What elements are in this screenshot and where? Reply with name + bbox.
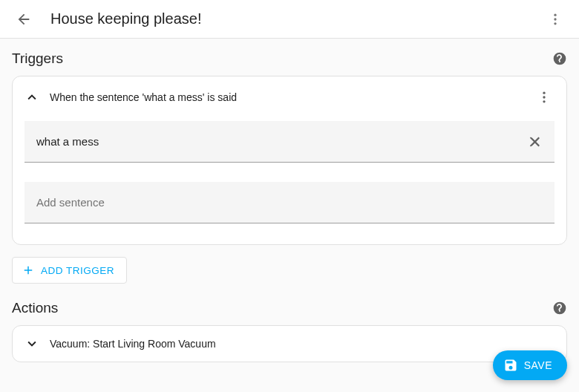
trigger-summary: When the sentence 'what a mess' is said <box>50 91 523 103</box>
svg-point-5 <box>543 100 545 102</box>
clear-sentence-button[interactable] <box>525 131 546 152</box>
svg-point-1 <box>554 18 556 20</box>
sentence-input[interactable]: what a mess <box>24 121 555 163</box>
trigger-card-header: When the sentence 'what a mess' is said <box>22 81 557 114</box>
sentence-input-value: what a mess <box>36 135 525 148</box>
trigger-collapse-button[interactable] <box>22 87 42 108</box>
app-header: House keeping please! <box>0 0 579 39</box>
add-trigger-button[interactable]: ADD TRIGGER <box>12 257 127 284</box>
action-expand-button[interactable] <box>22 333 42 354</box>
save-button[interactable]: SAVE <box>493 350 567 380</box>
help-icon <box>552 301 567 316</box>
svg-point-3 <box>543 92 545 94</box>
back-button[interactable] <box>9 4 39 34</box>
save-label: SAVE <box>524 359 552 371</box>
arrow-left-icon <box>16 11 32 27</box>
plus-icon <box>22 264 35 277</box>
header-overflow-button[interactable] <box>540 4 570 34</box>
chevron-up-icon <box>24 89 40 105</box>
chevron-down-icon <box>24 336 40 352</box>
help-icon <box>552 51 567 66</box>
page-title: House keeping please! <box>50 10 540 27</box>
add-trigger-label: ADD TRIGGER <box>41 265 114 276</box>
close-icon <box>528 134 543 149</box>
triggers-help-button[interactable] <box>552 51 567 66</box>
content-area: Triggers When the sentence 'what a mess'… <box>0 39 579 374</box>
svg-point-2 <box>554 22 556 24</box>
action-card-header: Vacuum: Start Living Room Vacuum <box>22 326 557 362</box>
svg-point-0 <box>554 13 556 16</box>
action-card: Vacuum: Start Living Room Vacuum <box>12 325 567 362</box>
dots-vertical-icon <box>548 12 563 27</box>
triggers-section-header: Triggers <box>12 50 567 67</box>
actions-section-title: Actions <box>12 300 58 316</box>
add-sentence-input[interactable]: Add sentence <box>24 182 555 223</box>
trigger-overflow-button[interactable] <box>531 84 557 111</box>
actions-section-header: Actions <box>12 300 567 316</box>
save-icon <box>503 358 518 373</box>
add-sentence-placeholder: Add sentence <box>36 196 546 209</box>
action-summary: Vacuum: Start Living Room Vacuum <box>50 338 557 350</box>
dots-vertical-icon <box>537 90 552 105</box>
triggers-section-title: Triggers <box>12 50 63 67</box>
trigger-card: When the sentence 'what a mess' is said … <box>12 76 567 245</box>
svg-point-4 <box>543 96 545 98</box>
actions-help-button[interactable] <box>552 301 567 316</box>
